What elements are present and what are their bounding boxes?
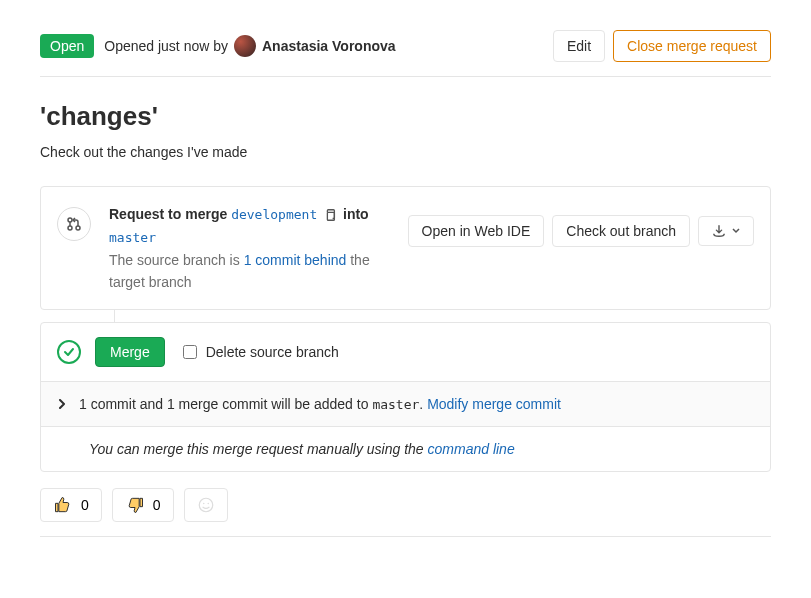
status-check-icon (57, 340, 81, 364)
commit-summary-row: 1 commit and 1 merge commit will be adde… (41, 381, 770, 426)
thumbs-up-count: 0 (81, 497, 89, 513)
copy-branch-icon[interactable] (323, 208, 337, 222)
target-branch-name: master (372, 397, 419, 412)
request-to-merge-label: Request to merge (109, 206, 227, 222)
merge-info-text: Request to merge development into master… (109, 203, 396, 293)
author-avatar[interactable] (234, 35, 256, 57)
panel-connector (114, 310, 771, 322)
reactions-bar: 0 0 (40, 488, 771, 537)
svg-point-1 (68, 226, 72, 230)
merge-button[interactable]: Merge (95, 337, 165, 367)
merge-request-panel: Request to merge development into master… (40, 186, 771, 310)
merge-action-buttons: Open in Web IDE Check out branch (408, 215, 754, 247)
merge-request-icon (57, 207, 91, 241)
smiley-icon (197, 496, 215, 514)
thumbs-up-button[interactable]: 0 (40, 488, 102, 522)
merge-commit-count: 1 merge commit (167, 396, 267, 412)
period: . (419, 396, 427, 412)
close-merge-request-button[interactable]: Close merge request (613, 30, 771, 62)
mr-description: Check out the changes I've made (40, 144, 771, 160)
modify-merge-commit-link[interactable]: Modify merge commit (427, 396, 561, 412)
thumbs-up-icon (53, 495, 73, 515)
thumbs-down-icon (125, 495, 145, 515)
svg-point-0 (68, 218, 72, 222)
thumbs-down-count: 0 (153, 497, 161, 513)
svg-point-4 (199, 499, 213, 513)
chevron-down-icon (732, 227, 740, 235)
commits-behind-link[interactable]: 1 commit behind (244, 252, 347, 268)
into-label: into (343, 206, 369, 222)
merge-ready-panel: Merge Delete source branch 1 commit and … (40, 322, 771, 472)
opened-text: Opened just now by (104, 38, 228, 54)
download-dropdown-button[interactable] (698, 216, 754, 246)
behind-prefix: The source branch is (109, 252, 244, 268)
command-line-link[interactable]: command line (428, 441, 515, 457)
added-to-text: will be added to (267, 396, 372, 412)
edit-button[interactable]: Edit (553, 30, 605, 62)
svg-point-6 (207, 503, 209, 505)
add-reaction-button[interactable] (184, 488, 228, 522)
delete-source-branch-checkbox[interactable]: Delete source branch (179, 342, 339, 362)
manual-merge-text: You can merge this merge request manuall… (89, 441, 428, 457)
check-out-branch-button[interactable]: Check out branch (552, 215, 690, 247)
chevron-right-icon (57, 399, 67, 409)
commit-count: 1 commit (79, 396, 136, 412)
and-word: and (136, 396, 167, 412)
svg-point-5 (203, 503, 205, 505)
mr-title: 'changes' (40, 101, 771, 132)
manual-merge-row: You can merge this merge request manuall… (41, 426, 770, 471)
svg-point-2 (76, 226, 80, 230)
source-branch-link[interactable]: development (231, 207, 317, 222)
target-branch-link[interactable]: master (109, 230, 156, 245)
download-icon (712, 224, 726, 238)
delete-source-branch-input[interactable] (183, 345, 197, 359)
delete-source-branch-label: Delete source branch (206, 344, 339, 360)
thumbs-down-button[interactable]: 0 (112, 488, 174, 522)
mr-header: Open Opened just now by Anastasia Vorono… (40, 30, 771, 77)
author-link[interactable]: Anastasia Voronova (262, 38, 396, 54)
status-badge: Open (40, 34, 94, 58)
open-web-ide-button[interactable]: Open in Web IDE (408, 215, 545, 247)
expand-commit-summary[interactable] (57, 399, 67, 409)
